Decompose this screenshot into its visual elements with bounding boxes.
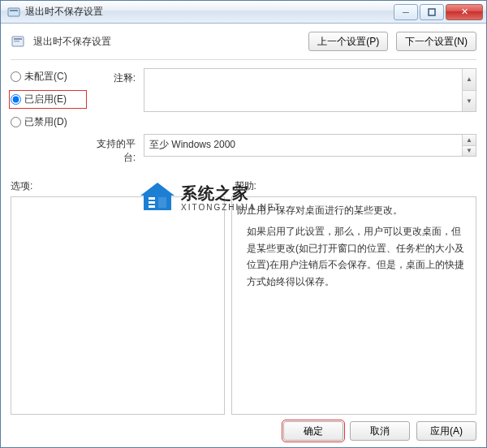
header-row: 退出时不保存设置 上一个设置(P) 下一个设置(N) <box>11 32 476 51</box>
svg-rect-4 <box>14 38 22 40</box>
maximize-button[interactable] <box>420 4 444 20</box>
options-label: 选项: <box>11 179 235 193</box>
svg-rect-5 <box>14 41 19 42</box>
window-controls: ─ ✕ <box>394 4 483 20</box>
dialog-window: 退出时不保存设置 ─ ✕ 退出时不保存设置 上一个设置(P) 下一个设置(N) … <box>0 0 487 448</box>
policy-title: 退出时不保存设置 <box>33 35 300 49</box>
radio-enabled-input[interactable] <box>11 94 21 105</box>
chevron-up-icon[interactable]: ▲ <box>463 69 476 90</box>
radio-disabled[interactable]: 已禁用(D) <box>11 115 85 129</box>
help-line2: 如果启用了此设置，那么，用户可以更改桌面，但是某些更改(如已打开窗口的位置、任务… <box>237 223 471 290</box>
minimize-button[interactable]: ─ <box>394 4 418 20</box>
app-icon <box>7 6 20 19</box>
help-pane: 防止用户保存对桌面进行的某些更改。 如果启用了此设置，那么，用户可以更改桌面，但… <box>231 196 476 415</box>
dialog-content: 退出时不保存设置 上一个设置(P) 下一个设置(N) 未配置(C) 已启用(E)… <box>1 24 486 447</box>
next-setting-button[interactable]: 下一个设置(N) <box>396 32 476 51</box>
panes: 防止用户保存对桌面进行的某些更改。 如果启用了此设置，那么，用户可以更改桌面，但… <box>11 196 476 415</box>
pane-labels: 选项: 帮助: <box>11 179 476 193</box>
policy-icon <box>11 34 25 49</box>
comment-field[interactable]: ▲▼ <box>144 68 476 112</box>
help-label: 帮助: <box>235 179 256 193</box>
radio-not-configured-input[interactable] <box>11 71 21 82</box>
apply-button[interactable]: 应用(A) <box>416 421 476 441</box>
radio-not-configured-label: 未配置(C) <box>24 70 67 84</box>
chevron-up-icon[interactable]: ▲ <box>463 135 476 145</box>
cancel-button[interactable]: 取消 <box>350 421 410 441</box>
help-line1: 防止用户保存对桌面进行的某些更改。 <box>237 202 471 218</box>
radio-enabled[interactable]: 已启用(E) <box>11 92 85 107</box>
state-radios: 未配置(C) 已启用(E) 已禁用(D) <box>11 68 85 129</box>
svg-rect-0 <box>8 8 19 16</box>
radio-disabled-label: 已禁用(D) <box>24 115 67 129</box>
config-area: 未配置(C) 已启用(E) 已禁用(D) 注释: ▲▼ 支持的平台: 至少 Wi… <box>11 68 476 165</box>
titlebar[interactable]: 退出时不保存设置 ─ ✕ <box>1 1 486 24</box>
options-pane <box>11 196 225 415</box>
platform-spinner[interactable]: ▲▼ <box>462 135 476 156</box>
platform-value: 至少 Windows 2000 <box>149 139 235 150</box>
chevron-down-icon[interactable]: ▼ <box>463 90 476 112</box>
chevron-down-icon[interactable]: ▼ <box>463 145 476 157</box>
radio-enabled-label: 已启用(E) <box>24 93 67 106</box>
ok-button[interactable]: 确定 <box>283 421 343 441</box>
divider <box>11 59 476 60</box>
window-title: 退出时不保存设置 <box>25 5 394 19</box>
radio-disabled-input[interactable] <box>11 117 21 127</box>
comment-label: 注释: <box>90 68 139 85</box>
prev-setting-button[interactable]: 上一个设置(P) <box>308 32 388 51</box>
platform-field: 至少 Windows 2000 ▲▼ <box>144 134 476 157</box>
close-button[interactable]: ✕ <box>446 4 483 20</box>
comment-spinner[interactable]: ▲▼ <box>462 69 476 111</box>
footer-buttons: 确定 取消 应用(A) <box>11 415 476 441</box>
platform-label: 支持的平台: <box>90 134 139 165</box>
radio-not-configured[interactable]: 未配置(C) <box>11 70 85 84</box>
svg-rect-1 <box>10 10 18 11</box>
svg-rect-2 <box>429 9 435 15</box>
